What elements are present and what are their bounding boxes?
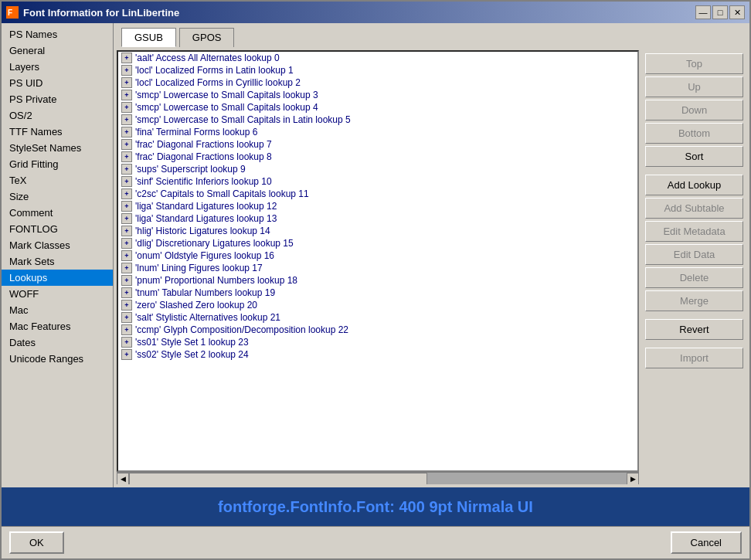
bottom-button[interactable]: Bottom bbox=[645, 123, 743, 144]
scroll-right-button[interactable]: ▶ bbox=[627, 473, 639, 485]
add-lookup-button[interactable]: Add Lookup bbox=[645, 175, 743, 195]
list-item[interactable]: +'smcp' Lowercase to Small Capitals look… bbox=[118, 89, 637, 101]
status-text: fontforge.FontInfo.Font: 400 9pt Nirmala… bbox=[218, 498, 533, 516]
list-item[interactable]: +'dlig' Discretionary Ligatures lookup 1… bbox=[118, 237, 637, 249]
list-item[interactable]: +'ccmp' Glyph Composition/Decomposition … bbox=[118, 324, 637, 336]
sidebar-item-size[interactable]: Size bbox=[2, 188, 113, 205]
expand-icon: + bbox=[121, 238, 132, 249]
expand-icon: + bbox=[121, 300, 132, 311]
top-button[interactable]: Top bbox=[645, 53, 743, 74]
close-button[interactable]: ✕ bbox=[729, 5, 745, 19]
sidebar-item-comment[interactable]: Comment bbox=[2, 205, 113, 221]
sidebar-item-unicode-ranges[interactable]: Unicode Ranges bbox=[2, 351, 113, 367]
list-item[interactable]: +'frac' Diagonal Fractions lookup 7 bbox=[118, 138, 637, 151]
sidebar-item-ttf-names[interactable]: TTF Names bbox=[2, 124, 113, 140]
list-item[interactable]: +'c2sc' Capitals to Small Capitals looku… bbox=[118, 188, 637, 200]
sidebar-item-mac-features[interactable]: Mac Features bbox=[2, 318, 113, 334]
delete-button[interactable]: Delete bbox=[645, 267, 743, 288]
sidebar-item-grid-fitting[interactable]: Grid Fitting bbox=[2, 156, 113, 172]
list-item-label: 'fina' Terminal Forms lookup 6 bbox=[135, 127, 257, 137]
sidebar-item-layers[interactable]: Layers bbox=[2, 59, 113, 75]
list-item-label: 'ss02' Style Set 2 lookup 24 bbox=[135, 349, 249, 360]
expand-icon: + bbox=[121, 176, 132, 187]
edit-data-button[interactable]: Edit Data bbox=[645, 244, 743, 265]
list-item-label: 'locl' Localized Forms in Latin lookup 1 bbox=[135, 65, 294, 76]
list-item[interactable]: +'onum' Oldstyle Figures lookup 16 bbox=[118, 249, 637, 262]
list-item-label: 'zero' Slashed Zero lookup 20 bbox=[135, 300, 257, 311]
sidebar-item-mark-classes[interactable]: Mark Classes bbox=[2, 237, 113, 253]
sidebar-item-lookups[interactable]: Lookups bbox=[2, 270, 113, 286]
list-item-label: 'locl' Localized Forms in Cyrillic looku… bbox=[135, 77, 301, 88]
list-item[interactable]: +'lnum' Lining Figures lookup 17 bbox=[118, 262, 637, 274]
right-buttons-panel: Top Up Down Bottom Sort Add Lookup Add S… bbox=[642, 50, 746, 484]
expand-icon: + bbox=[121, 263, 132, 273]
import-button[interactable]: Import bbox=[645, 348, 743, 368]
down-button[interactable]: Down bbox=[645, 100, 743, 120]
list-item-label: 'sups' Superscript lookup 9 bbox=[135, 164, 246, 175]
list-item-label: 'frac' Diagonal Fractions lookup 7 bbox=[135, 139, 272, 150]
list-item-label: 'lnum' Lining Figures lookup 17 bbox=[135, 263, 263, 273]
sidebar-item-styleset-names[interactable]: StyleSet Names bbox=[2, 140, 113, 156]
expand-icon: + bbox=[121, 139, 132, 150]
list-item[interactable]: +'smcp' Lowercase to Small Capitals look… bbox=[118, 101, 637, 114]
list-item[interactable]: +'fina' Terminal Forms lookup 6 bbox=[118, 126, 637, 138]
up-button[interactable]: Up bbox=[645, 76, 743, 97]
content-area: PS NamesGeneralLayersPS UIDPS PrivateOS/… bbox=[2, 23, 749, 487]
list-item[interactable]: +'hlig' Historic Ligatures lookup 14 bbox=[118, 225, 637, 237]
list-item[interactable]: +'locl' Localized Forms in Cyrillic look… bbox=[118, 76, 637, 89]
lookup-list[interactable]: +'aalt' Access All Alternates lookup 0+'… bbox=[117, 50, 639, 472]
cancel-button[interactable]: Cancel bbox=[671, 531, 742, 554]
merge-button[interactable]: Merge bbox=[645, 290, 743, 311]
expand-icon: + bbox=[121, 188, 132, 199]
svg-text:F: F bbox=[8, 8, 12, 17]
revert-button[interactable]: Revert bbox=[645, 319, 743, 340]
list-item-label: 'sinf' Scientific Inferiors lookup 10 bbox=[135, 176, 272, 187]
list-item[interactable]: +'locl' Localized Forms in Latin lookup … bbox=[118, 64, 637, 76]
list-item[interactable]: +'frac' Diagonal Fractions lookup 8 bbox=[118, 151, 637, 163]
sidebar-item-mac[interactable]: Mac bbox=[2, 302, 113, 318]
status-bar: fontforge.FontInfo.Font: 400 9pt Nirmala… bbox=[2, 487, 749, 526]
expand-icon: + bbox=[121, 164, 132, 175]
edit-metadata-button[interactable]: Edit Metadata bbox=[645, 221, 743, 242]
sidebar-item-os2[interactable]: OS/2 bbox=[2, 107, 113, 124]
list-item-label: 'ss01' Style Set 1 lookup 23 bbox=[135, 337, 249, 348]
list-item[interactable]: +'aalt' Access All Alternates lookup 0 bbox=[118, 52, 637, 64]
tab-gpos[interactable]: GPOS bbox=[179, 28, 235, 47]
list-item[interactable]: +'sinf' Scientific Inferiors lookup 10 bbox=[118, 175, 637, 188]
expand-icon: + bbox=[121, 65, 132, 76]
sort-button[interactable]: Sort bbox=[645, 146, 743, 167]
sidebar-item-ps-uid[interactable]: PS UID bbox=[2, 75, 113, 91]
sidebar-item-fontlog[interactable]: FONTLOG bbox=[2, 221, 113, 237]
list-item-label: 'c2sc' Capitals to Small Capitals lookup… bbox=[135, 188, 309, 199]
list-item[interactable]: +'ss02' Style Set 2 lookup 24 bbox=[118, 348, 637, 361]
h-scroll-thumb[interactable] bbox=[129, 473, 427, 485]
sidebar-item-dates[interactable]: Dates bbox=[2, 334, 113, 351]
list-item[interactable]: +'ss01' Style Set 1 lookup 23 bbox=[118, 336, 637, 348]
scroll-left-button[interactable]: ◀ bbox=[117, 473, 129, 485]
minimize-button[interactable]: — bbox=[695, 5, 711, 19]
list-item[interactable]: +'pnum' Proportional Numbers lookup 18 bbox=[118, 274, 637, 287]
horizontal-scrollbar[interactable]: ◀ ▶ bbox=[117, 472, 639, 484]
list-item[interactable]: +'tnum' Tabular Numbers lookup 19 bbox=[118, 287, 637, 299]
sidebar-item-ps-private[interactable]: PS Private bbox=[2, 91, 113, 107]
sidebar-item-woff[interactable]: WOFF bbox=[2, 286, 113, 302]
sidebar-item-mark-sets[interactable]: Mark Sets bbox=[2, 253, 113, 270]
list-item[interactable]: +'smcp' Lowercase to Small Capitals in L… bbox=[118, 114, 637, 126]
window-title: Font Information for LinLibertine bbox=[23, 7, 179, 19]
expand-icon: + bbox=[121, 337, 132, 348]
list-item-label: 'salt' Stylistic Alternatives lookup 21 bbox=[135, 312, 280, 323]
list-item[interactable]: +'salt' Stylistic Alternatives lookup 21 bbox=[118, 311, 637, 324]
h-scroll-track[interactable] bbox=[129, 473, 627, 485]
maximize-button[interactable]: □ bbox=[712, 5, 728, 19]
sidebar-item-ps-names[interactable]: PS Names bbox=[2, 26, 113, 42]
sidebar-item-general[interactable]: General bbox=[2, 42, 113, 59]
tab-gsub[interactable]: GSUB bbox=[121, 28, 176, 47]
list-item[interactable]: +'liga' Standard Ligatures lookup 13 bbox=[118, 212, 637, 225]
list-item[interactable]: +'sups' Superscript lookup 9 bbox=[118, 163, 637, 175]
list-item[interactable]: +'zero' Slashed Zero lookup 20 bbox=[118, 299, 637, 311]
ok-button[interactable]: OK bbox=[9, 531, 64, 554]
sidebar-item-tex[interactable]: TeX bbox=[2, 172, 113, 188]
list-item-label: 'ccmp' Glyph Composition/Decomposition l… bbox=[135, 324, 348, 335]
list-item[interactable]: +'liga' Standard Ligatures lookup 12 bbox=[118, 200, 637, 212]
add-subtable-button[interactable]: Add Subtable bbox=[645, 198, 743, 219]
